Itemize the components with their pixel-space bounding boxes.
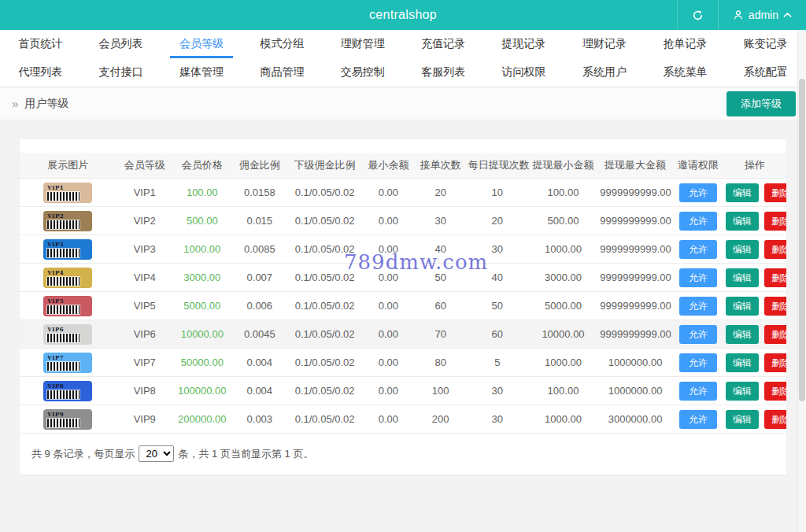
nav-tab-product-manage[interactable]: 商品管理 (242, 58, 322, 87)
cell-actions: 编辑删除 (723, 320, 786, 349)
table-row: VIP4 VIP4 3000.00 0.007 0.1/0.05/0.02 0.… (20, 264, 786, 292)
add-level-button[interactable]: 添加等级 (727, 91, 796, 116)
nav-tab-system-users[interactable]: 系统用户 (564, 58, 645, 87)
nav-tab-system-menu[interactable]: 系统菜单 (645, 58, 725, 87)
cell-level: VIP8 (116, 377, 173, 405)
cell-actions: 编辑删除 (723, 235, 786, 264)
nav-tab-grab-records[interactable]: 抢单记录 (645, 30, 725, 58)
table-row: VIP7 VIP7 50000.00 0.004 0.1/0.05/0.02 0… (20, 349, 786, 377)
nav-tab-withdraw-records[interactable]: 提现记录 (483, 30, 564, 58)
edit-button[interactable]: 编辑 (726, 353, 759, 372)
delete-button[interactable]: 删除 (764, 410, 786, 429)
nav-tab-balance-records[interactable]: 账变记录 (726, 30, 806, 58)
edit-button[interactable]: 编辑 (726, 183, 759, 202)
cell-actions: 编辑删除 (723, 349, 786, 377)
cell-badge: VIP9 (20, 405, 116, 434)
delete-button[interactable]: 删除 (764, 212, 786, 231)
nav-tab-media-manage[interactable]: 媒体管理 (161, 58, 242, 87)
nav-tab-member-level[interactable]: 会员等级 (161, 30, 242, 58)
main-nav: 首页统计 会员列表 会员等级 模式分组 理财管理 充值记录 提现记录 理财记录 … (0, 30, 806, 87)
nav-tab-label: 系统配置 (744, 65, 788, 79)
delete-button[interactable]: 删除 (764, 268, 786, 287)
column-header: 佣金比例 (231, 153, 288, 179)
page: centralshop admin 首页统计 会员列表 (0, 0, 806, 532)
cell-price: 1000.00 (173, 235, 231, 264)
cell-withdraw-min: 500.00 (529, 207, 598, 235)
cell-badge: VIP7 (20, 349, 116, 377)
allow-button[interactable]: 允许 (679, 183, 717, 202)
allow-button[interactable]: 允许 (679, 325, 717, 344)
cell-daily-withdraw-count: 50 (466, 292, 529, 320)
nav-tab-service-list[interactable]: 客服列表 (403, 58, 483, 87)
admin-menu[interactable]: admin (718, 0, 806, 30)
scrollbar-thumb[interactable] (799, 79, 805, 401)
nav-tab-finance-records[interactable]: 理财记录 (564, 30, 645, 58)
cell-daily-withdraw-count: 10 (466, 179, 529, 207)
cell-level: VIP3 (116, 235, 173, 264)
nav-tab-access-rights[interactable]: 访问权限 (483, 58, 564, 87)
nav-tab-label: 访问权限 (502, 65, 546, 79)
nav-tab-mode-group[interactable]: 模式分组 (242, 30, 322, 58)
cell-invite-permission: 允许 (673, 264, 723, 292)
column-header: 最小余额 (361, 153, 415, 179)
column-header: 会员价格 (173, 153, 231, 179)
nav-tab-finance-manage[interactable]: 理财管理 (323, 30, 403, 58)
nav-tab-payment-api[interactable]: 支付接口 (80, 58, 161, 87)
cell-min-balance: 0.00 (361, 264, 415, 292)
delete-button[interactable]: 删除 (764, 297, 786, 316)
vertical-scrollbar[interactable] (797, 30, 806, 532)
cell-level: VIP4 (116, 264, 173, 292)
nav-tab-system-config[interactable]: 系统配置 (726, 58, 806, 87)
chevron-up-icon (783, 12, 792, 18)
cell-actions: 编辑删除 (723, 264, 786, 292)
delete-button[interactable]: 删除 (764, 382, 786, 401)
nav-tab-label: 会员列表 (99, 37, 143, 51)
allow-button[interactable]: 允许 (679, 382, 717, 401)
edit-button[interactable]: 编辑 (726, 268, 759, 287)
barcode-icon (47, 419, 79, 427)
refresh-button[interactable] (677, 0, 718, 30)
table-row: VIP2 VIP2 500.00 0.015 0.1/0.05/0.02 0.0… (20, 207, 786, 235)
delete-button[interactable]: 删除 (764, 183, 786, 202)
nav-tab-recharge-records[interactable]: 充值记录 (403, 30, 483, 58)
vip-badge-image: VIP3 (43, 239, 92, 260)
column-header: 操作 (723, 153, 786, 179)
table-row: VIP8 VIP8 100000.00 0.004 0.1/0.05/0.02 … (20, 377, 786, 405)
cell-daily-withdraw-count: 20 (466, 207, 529, 235)
delete-button[interactable]: 删除 (764, 325, 786, 344)
delete-button[interactable]: 删除 (764, 240, 786, 259)
nav-tab-agent-list[interactable]: 代理列表 (0, 58, 80, 87)
nav-tab-label: 系统菜单 (663, 65, 707, 79)
delete-button[interactable]: 删除 (764, 353, 786, 372)
cell-daily-withdraw-count: 5 (466, 349, 529, 377)
nav-tab-member-list[interactable]: 会员列表 (80, 30, 161, 58)
edit-button[interactable]: 编辑 (726, 240, 759, 259)
cell-withdraw-max: 9999999999.00 (597, 235, 672, 264)
table-body: VIP1 VIP1 100.00 0.0158 0.1/0.05/0.02 0.… (20, 179, 786, 434)
edit-button[interactable]: 编辑 (726, 297, 759, 316)
nav-tab-trade-control[interactable]: 交易控制 (323, 58, 403, 87)
vip-badge-image: VIP2 (43, 211, 92, 231)
column-header: 会员等级 (116, 153, 173, 179)
allow-button[interactable]: 允许 (679, 410, 717, 429)
cell-level: VIP2 (116, 207, 173, 235)
cell-min-balance: 0.00 (361, 349, 415, 377)
cell-sub-commission: 0.1/0.05/0.02 (288, 349, 362, 377)
nav-tab-label: 模式分组 (260, 37, 304, 51)
page-size-select[interactable]: 20 (139, 445, 174, 462)
allow-button[interactable]: 允许 (679, 268, 717, 287)
edit-button[interactable]: 编辑 (726, 212, 759, 231)
nav-tab-home-stats[interactable]: 首页统计 (0, 30, 80, 58)
allow-button[interactable]: 允许 (679, 353, 717, 372)
cell-min-balance: 0.00 (361, 320, 415, 349)
topbar-actions: admin (677, 0, 806, 30)
edit-button[interactable]: 编辑 (726, 325, 759, 344)
allow-button[interactable]: 允许 (679, 297, 717, 316)
allow-button[interactable]: 允许 (679, 212, 717, 231)
cell-invite-permission: 允许 (673, 405, 723, 434)
edit-button[interactable]: 编辑 (726, 410, 759, 429)
vip-badge-text: VIP7 (47, 355, 92, 360)
nav-tab-label: 充值记录 (421, 37, 465, 51)
edit-button[interactable]: 编辑 (726, 382, 759, 401)
allow-button[interactable]: 允许 (679, 240, 717, 259)
